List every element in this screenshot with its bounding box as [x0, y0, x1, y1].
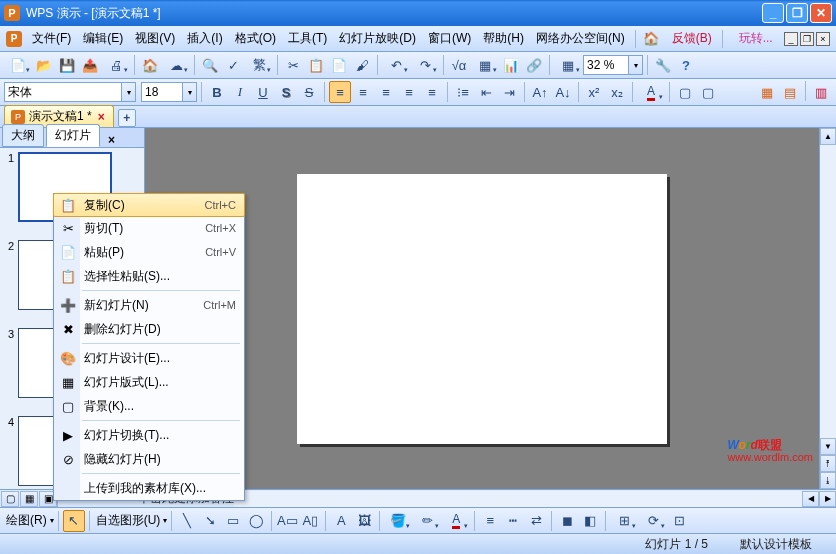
copy-button[interactable]: 📋 — [305, 54, 327, 76]
font-size-input[interactable] — [141, 82, 183, 102]
menu-file[interactable]: 文件(F) — [26, 27, 77, 50]
save-button[interactable]: 💾 — [56, 54, 78, 76]
ctx-new-slide[interactable]: ➕新幻灯片(N)Ctrl+M — [54, 293, 244, 317]
minimize-button[interactable]: _ — [762, 3, 784, 23]
dash-style-button[interactable]: ┅ — [502, 510, 524, 532]
ctx-background[interactable]: ▢背景(K)... — [54, 394, 244, 418]
font-color-button[interactable]: A — [637, 81, 665, 103]
traditional-button[interactable]: 繁 — [245, 54, 273, 76]
tab-outline[interactable]: 大纲 — [2, 124, 44, 147]
ctx-paste-special[interactable]: 📋选择性粘贴(S)... — [54, 264, 244, 288]
textbox-v-button[interactable]: A▯ — [299, 510, 321, 532]
close-button[interactable]: ✕ — [810, 3, 832, 23]
roaming-button[interactable]: ☁ — [162, 54, 190, 76]
menu-insert[interactable]: 插入(I) — [181, 27, 228, 50]
format-painter-button[interactable]: 🖌 — [351, 54, 373, 76]
menu-help[interactable]: 帮助(H) — [477, 27, 530, 50]
slide-design-button[interactable]: ▢ — [674, 81, 696, 103]
distribute-button[interactable]: ≡ — [421, 81, 443, 103]
line-color-button[interactable]: ✏ — [413, 510, 441, 532]
scroll-right-icon[interactable]: ▶ — [819, 491, 836, 507]
mdi-close-button[interactable]: × — [816, 32, 830, 46]
redo-button[interactable]: ↷ — [411, 54, 439, 76]
ctx-copy[interactable]: 📋复制(C)Ctrl+C — [53, 193, 245, 217]
scroll-down-icon[interactable]: ▼ — [820, 438, 836, 455]
menu-slideshow[interactable]: 幻灯片放映(D) — [333, 27, 422, 50]
zoom-input[interactable] — [583, 55, 629, 75]
shadow-style-button[interactable]: ◼ — [556, 510, 578, 532]
increase-indent-button[interactable]: ⇥ — [498, 81, 520, 103]
zoom-dropdown-icon[interactable]: ▾ — [629, 55, 643, 75]
menu-format[interactable]: 格式(O) — [229, 27, 282, 50]
pane-resource-button[interactable]: ▦ — [756, 81, 778, 103]
tab-close-icon[interactable]: × — [96, 110, 107, 124]
vertical-scrollbar[interactable]: ▲ ▼ ⭱ ⭳ — [819, 128, 836, 489]
insert-table-button[interactable]: ▦ — [471, 54, 499, 76]
pane-template-button[interactable]: ▤ — [779, 81, 801, 103]
align-distribute-button[interactable]: ⊞ — [610, 510, 638, 532]
increase-font-button[interactable]: A↑ — [529, 81, 551, 103]
align-left-button[interactable]: ≡ — [329, 81, 351, 103]
menu-tools[interactable]: 工具(T) — [282, 27, 333, 50]
menu-webspace[interactable]: 网络办公空间(N) — [530, 27, 631, 50]
italic-button[interactable]: I — [229, 81, 251, 103]
insert-picture-button[interactable]: 🖼 — [353, 510, 375, 532]
scroll-track[interactable] — [234, 491, 802, 507]
menu-view[interactable]: 视图(V) — [129, 27, 181, 50]
draw-menu[interactable]: 绘图(R) — [4, 512, 49, 529]
ctx-transition[interactable]: ▶幻灯片切换(T)... — [54, 423, 244, 447]
align-justify-button[interactable]: ≡ — [398, 81, 420, 103]
print-button[interactable]: 🖨 — [102, 54, 130, 76]
ctx-slide-layout[interactable]: ▦幻灯片版式(L)... — [54, 370, 244, 394]
slide-canvas[interactable]: Word联盟 www.wordlm.com — [145, 128, 819, 489]
ctx-upload[interactable]: 上传到我的素材库(X)... — [54, 476, 244, 500]
3d-style-button[interactable]: ◧ — [579, 510, 601, 532]
prev-slide-icon[interactable]: ⭱ — [820, 455, 836, 472]
sorter-view-button[interactable]: ▦ — [20, 491, 38, 507]
mdi-minimize-button[interactable]: _ — [784, 32, 798, 46]
equal-size-button[interactable]: ⊡ — [668, 510, 690, 532]
ctx-hide-slide[interactable]: ⊘隐藏幻灯片(H) — [54, 447, 244, 471]
rect-tool-button[interactable]: ▭ — [222, 510, 244, 532]
scroll-left-icon[interactable]: ◀ — [802, 491, 819, 507]
menu-feedback[interactable]: 反馈(B) — [666, 27, 718, 50]
line-style-button[interactable]: ≡ — [479, 510, 501, 532]
shadow-button[interactable]: S — [275, 81, 297, 103]
new-slide-button[interactable]: ▢ — [697, 81, 719, 103]
tab-slides[interactable]: 幻灯片 — [46, 124, 100, 147]
pane-close-icon[interactable]: × — [104, 133, 119, 147]
ctx-delete-slide[interactable]: ✖删除幻灯片(D) — [54, 317, 244, 341]
scroll-track[interactable] — [820, 145, 836, 438]
strike-button[interactable]: S — [298, 81, 320, 103]
grid-button[interactable]: ▦ — [554, 54, 582, 76]
next-slide-icon[interactable]: ⭳ — [820, 472, 836, 489]
new-tab-button[interactable]: + — [118, 109, 136, 127]
menu-play[interactable]: 玩转... — [733, 27, 779, 50]
ctx-slide-design[interactable]: 🎨幻灯片设计(E)... — [54, 346, 244, 370]
superscript-button[interactable]: x² — [583, 81, 605, 103]
chevron-down-icon[interactable]: ▾ — [183, 82, 197, 102]
insert-hyperlink-button[interactable]: 🔗 — [523, 54, 545, 76]
ctx-paste[interactable]: 📄粘贴(P)Ctrl+V — [54, 240, 244, 264]
oval-tool-button[interactable]: ◯ — [245, 510, 267, 532]
underline-button[interactable]: U — [252, 81, 274, 103]
autoshape-menu[interactable]: 自选图形(U) — [94, 512, 163, 529]
app-menu-icon[interactable]: P — [6, 31, 22, 47]
paste-button[interactable]: 📄 — [328, 54, 350, 76]
ctx-cut[interactable]: ✂剪切(T)Ctrl+X — [54, 216, 244, 240]
subscript-button[interactable]: x₂ — [606, 81, 628, 103]
options-button[interactable]: 🔧 — [652, 54, 674, 76]
equation-button[interactable]: √α — [448, 54, 470, 76]
normal-view-button[interactable]: ▢ — [1, 491, 19, 507]
chevron-down-icon[interactable]: ▾ — [122, 82, 136, 102]
maximize-button[interactable]: ❐ — [786, 3, 808, 23]
horizontal-scrollbar[interactable]: ◀ ▶ — [234, 491, 836, 507]
undo-button[interactable]: ↶ — [382, 54, 410, 76]
fill-color-button[interactable]: 🪣 — [384, 510, 412, 532]
insert-chart-button[interactable]: 📊 — [500, 54, 522, 76]
open-button[interactable]: 📂 — [33, 54, 55, 76]
decrease-font-button[interactable]: A↓ — [552, 81, 574, 103]
pane-task-button[interactable]: ▥ — [810, 81, 832, 103]
home-toolbar-icon[interactable]: 🏠 — [139, 54, 161, 76]
decrease-indent-button[interactable]: ⇤ — [475, 81, 497, 103]
